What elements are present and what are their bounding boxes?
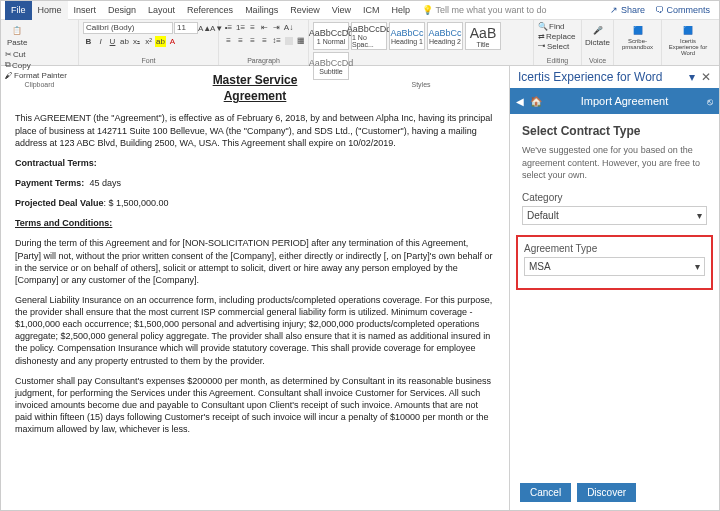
- style-normal[interactable]: AaBbCcDd1 Normal: [313, 22, 349, 50]
- replace-icon: ⇄: [538, 32, 545, 41]
- chevron-down-icon: ▾: [697, 210, 702, 221]
- icertis-addin-button[interactable]: 🟦Icertis Experience for Word: [666, 22, 710, 57]
- subscript-button[interactable]: x₂: [131, 36, 142, 47]
- find-icon: 🔍: [538, 22, 548, 31]
- font-family-select[interactable]: Calibri (Body): [83, 22, 173, 34]
- tab-home[interactable]: Home: [32, 1, 68, 20]
- select-icon: ⭲: [538, 42, 546, 51]
- ribbon-tabs: File Home Insert Design Layout Reference…: [1, 1, 719, 20]
- agreement-type-label: Agreement Type: [524, 243, 705, 254]
- tab-mailings[interactable]: Mailings: [239, 1, 284, 20]
- contractual-terms-heading: Contractual Terms:: [15, 157, 495, 169]
- group-editing: Editing: [538, 56, 577, 64]
- tab-references[interactable]: References: [181, 1, 239, 20]
- payment-terms-line: Payment Terms: 45 days: [15, 177, 495, 189]
- task-pane: Icertis Experience for Word ▾ ✕ ◀ 🏠 Impo…: [509, 66, 719, 510]
- category-label: Category: [522, 192, 707, 203]
- doc-intro: This AGREEMENT (the "Agreement"), is eff…: [15, 112, 495, 148]
- doc-title-1: Master Service: [15, 72, 495, 88]
- borders-button[interactable]: ▦: [295, 35, 306, 46]
- style-title[interactable]: AaBTitle: [465, 22, 501, 50]
- style-nospacing[interactable]: AaBbCcDd1 No Spac...: [351, 22, 387, 50]
- tab-review[interactable]: Review: [284, 1, 326, 20]
- doc-p2: During the term of this Agreement and fo…: [15, 237, 495, 286]
- multilevel-button[interactable]: ≡: [247, 22, 258, 33]
- addin-icon: 🟦: [631, 23, 645, 37]
- style-heading1[interactable]: AaBbCcHeading 1: [389, 22, 425, 50]
- dictate-button[interactable]: 🎤Dictate: [586, 22, 609, 48]
- share-button[interactable]: ↗ Share: [605, 5, 650, 15]
- group-voice: Voice: [586, 56, 609, 64]
- replace-button[interactable]: ⇄Replace: [538, 32, 575, 41]
- cancel-button[interactable]: Cancel: [520, 483, 571, 502]
- pane-nav: ◀ 🏠 Import Agreement ⎋: [510, 88, 719, 114]
- pane-title: Icertis Experience for Word: [518, 70, 663, 84]
- cut-icon: ✂: [5, 50, 12, 59]
- document-area[interactable]: Master Service Agreement This AGREEMENT …: [1, 66, 509, 510]
- outdent-button[interactable]: ⇤: [259, 22, 270, 33]
- line-spacing-button[interactable]: ↕≡: [271, 35, 282, 46]
- style-heading2[interactable]: AaBbCcHeading 2: [427, 22, 463, 50]
- tc-heading: Terms and Conditions:: [15, 217, 495, 229]
- paste-button[interactable]: 📋Paste: [5, 22, 29, 48]
- pane-dropdown-icon[interactable]: ▾: [689, 70, 695, 84]
- bullets-button[interactable]: •≡: [223, 22, 234, 33]
- paste-icon: 📋: [10, 23, 24, 37]
- font-color-button[interactable]: A: [167, 36, 178, 47]
- highlight-button[interactable]: ab: [155, 36, 166, 47]
- align-right-button[interactable]: ≡: [247, 35, 258, 46]
- pane-heading: Select Contract Type: [522, 124, 707, 138]
- tab-design[interactable]: Design: [102, 1, 142, 20]
- mic-icon: 🎤: [591, 23, 605, 37]
- superscript-button[interactable]: x²: [143, 36, 154, 47]
- underline-button[interactable]: U: [107, 36, 118, 47]
- deal-value-line: Projected Deal Value: $ 1,500,000.00: [15, 197, 495, 209]
- pane-desc: We've suggested one for you based on the…: [522, 144, 707, 182]
- group-font: Font: [83, 56, 214, 64]
- shading-button[interactable]: [283, 35, 294, 46]
- tab-layout[interactable]: Layout: [142, 1, 181, 20]
- icertis-icon: 🟦: [681, 23, 695, 37]
- find-button[interactable]: 🔍Find: [538, 22, 565, 31]
- numbering-button[interactable]: 1≡: [235, 22, 246, 33]
- doc-p3: General Liability Insurance on an occurr…: [15, 294, 495, 367]
- strike-button[interactable]: ab: [119, 36, 130, 47]
- tab-view[interactable]: View: [326, 1, 357, 20]
- align-center-button[interactable]: ≡: [235, 35, 246, 46]
- scribe-addin-button[interactable]: 🟦Scribe-pmsandbox: [618, 22, 657, 51]
- select-button[interactable]: ⭲Select: [538, 42, 569, 51]
- tab-file[interactable]: File: [5, 1, 32, 20]
- cut-button[interactable]: ✂Cut: [5, 50, 67, 59]
- ribbon: 📋Paste ✂Cut ⧉Copy 🖌Format Painter Clipbo…: [1, 20, 719, 66]
- agreement-type-dropdown[interactable]: MSA▾: [524, 257, 705, 276]
- font-size-select[interactable]: 11: [174, 22, 198, 34]
- comments-button[interactable]: 🗨 Comments: [650, 5, 715, 15]
- tab-icm[interactable]: ICM: [357, 1, 386, 20]
- justify-button[interactable]: ≡: [259, 35, 270, 46]
- pane-nav-title: Import Agreement: [548, 95, 701, 107]
- discover-button[interactable]: Discover: [577, 483, 636, 502]
- bold-button[interactable]: B: [83, 36, 94, 47]
- doc-p4: Customer shall pay Consultant's expenses…: [15, 375, 495, 436]
- back-icon[interactable]: ◀: [516, 96, 524, 107]
- align-left-button[interactable]: ≡: [223, 35, 234, 46]
- chevron-down-icon: ▾: [695, 261, 700, 272]
- tell-me[interactable]: 💡 Tell me what you want to do: [416, 1, 552, 20]
- agreement-type-highlight: Agreement Type MSA▾: [516, 235, 713, 290]
- signout-icon[interactable]: ⎋: [707, 96, 713, 107]
- indent-button[interactable]: ⇥: [271, 22, 282, 33]
- pane-close-button[interactable]: ✕: [701, 70, 711, 84]
- sort-button[interactable]: A↓: [283, 22, 294, 33]
- italic-button[interactable]: I: [95, 36, 106, 47]
- grow-font-button[interactable]: A▲: [199, 23, 210, 34]
- group-paragraph: Paragraph: [223, 56, 304, 64]
- tab-help[interactable]: Help: [386, 1, 417, 20]
- tab-insert[interactable]: Insert: [68, 1, 103, 20]
- home-icon[interactable]: 🏠: [530, 96, 542, 107]
- category-dropdown[interactable]: Default▾: [522, 206, 707, 225]
- doc-title-2: Agreement: [15, 88, 495, 104]
